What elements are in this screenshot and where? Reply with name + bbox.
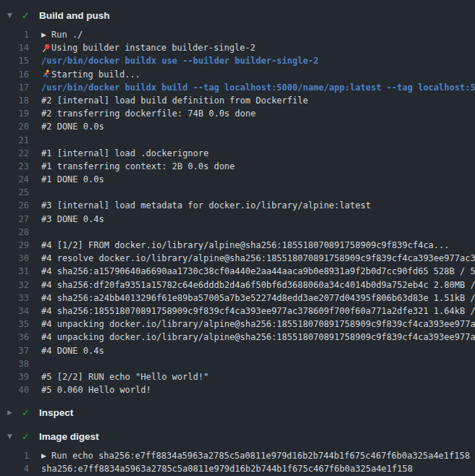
log-line: 27 #3 DONE 0.4s (0, 213, 475, 226)
line-number[interactable]: 19 (0, 107, 29, 120)
line-text: #5 [2/2] RUN echo "Hello world!" (41, 370, 209, 383)
run-expander-icon[interactable]: ▶ (41, 449, 51, 462)
line-number[interactable]: 26 (0, 199, 29, 212)
log-line: 1 ▶ Run echo sha256:e7ff8834a5963a2785c5… (0, 449, 475, 462)
line-text: Starting build... (51, 68, 140, 81)
log-line: 20 #2 DONE 0.0s (0, 120, 475, 133)
log-line: 34 #4 sha256:185518070891758909c9f839cf4… (0, 305, 475, 318)
line-number[interactable]: 28 (0, 226, 29, 239)
log-line: 24 #1 DONE 0.0s (0, 173, 475, 186)
run-expander-icon[interactable]: ▶ (41, 28, 51, 41)
log-line: 37 #4 DONE 0.4s (0, 344, 475, 357)
log-line: 23 #1 transferring context: 2B 0.0s done (0, 160, 475, 173)
line-text: #2 DONE 0.0s (41, 120, 104, 133)
line-body: #4 DONE 0.4s (29, 344, 475, 357)
line-body (29, 134, 475, 147)
line-body: #4 sha256:a24bb4013296f61e89ba57005a7b3e… (29, 292, 475, 305)
line-body: #1 DONE 0.0s (29, 173, 475, 186)
log-section: ▼ ✓ Image digest 1 ▶ Run echo sha256:e7f… (0, 428, 475, 475)
pushpin-icon (41, 43, 51, 53)
caret-right-icon[interactable]: ▶ (7, 409, 16, 416)
line-body: #3 [internal] load metadata for docker.i… (29, 199, 475, 212)
line-body (29, 186, 475, 199)
line-number[interactable]: 23 (0, 160, 29, 173)
line-number[interactable]: 1 (0, 449, 29, 462)
line-body: Using builder instance builder-single-2 (29, 41, 475, 54)
line-number[interactable]: 4 (0, 462, 29, 475)
line-text: /usr/bin/docker buildx use --builder bui… (41, 54, 319, 67)
caret-down-icon[interactable]: ▼ (7, 12, 16, 19)
line-body: /usr/bin/docker buildx use --builder bui… (29, 54, 475, 67)
line-number[interactable]: 20 (0, 120, 29, 133)
line-body: #5 0.060 Hello world! (29, 383, 475, 396)
section-header[interactable]: ▼ ✓ Build and push (0, 7, 475, 23)
line-text: #4 sha256:185518070891758909c9f839cf4ca3… (41, 305, 475, 318)
line-number[interactable]: 18 (0, 94, 29, 107)
line-text: #4 unpacking docker.io/library/alpine@sh… (41, 318, 475, 331)
log-line: 38 (0, 357, 475, 370)
log-section: ▼ ✓ Build and push 1 ▶ Run ./ 14 Using b… (0, 7, 475, 396)
line-body: #1 [internal] load .dockerignore (29, 147, 475, 160)
line-body: ▶ Run echo sha256:e7ff8834a5963a2785c5a0… (29, 449, 475, 462)
line-text: /usr/bin/docker buildx build --tag local… (41, 81, 475, 94)
line-number[interactable]: 30 (0, 252, 29, 265)
line-number[interactable]: 15 (0, 54, 29, 67)
log-line: 21 (0, 134, 475, 147)
line-number[interactable]: 25 (0, 186, 29, 199)
log-line: 28 (0, 226, 475, 239)
line-number[interactable]: 24 (0, 173, 29, 186)
line-number[interactable]: 17 (0, 81, 29, 94)
line-body: #5 [2/2] RUN echo "Hello world!" (29, 370, 475, 383)
section-title: Image digest (39, 431, 99, 442)
line-text: #4 DONE 0.4s (41, 344, 104, 357)
log-line: 25 (0, 186, 475, 199)
section-title: Inspect (39, 407, 73, 418)
line-body: #2 [internal] load build definition from… (29, 94, 475, 107)
log-line: 36 #4 unpacking docker.io/library/alpine… (0, 331, 475, 344)
line-text: #4 sha256:a15790640a6690aa1730c38cf0a440… (41, 265, 475, 278)
line-number[interactable]: 37 (0, 344, 29, 357)
caret-down-icon[interactable]: ▼ (7, 433, 16, 440)
section-header[interactable]: ▶ ✓ Inspect (0, 404, 475, 420)
log-line: 40 #5 0.060 Hello world! (0, 383, 475, 396)
line-text: #3 [internal] load metadata for docker.i… (41, 199, 371, 212)
log-line: 14 Using builder instance builder-single… (0, 41, 475, 54)
section-header[interactable]: ▼ ✓ Image digest (0, 428, 475, 444)
line-number[interactable]: 14 (0, 41, 29, 54)
line-number[interactable]: 35 (0, 318, 29, 331)
line-number[interactable]: 34 (0, 305, 29, 318)
line-number[interactable]: 31 (0, 265, 29, 278)
line-body: #4 unpacking docker.io/library/alpine@sh… (29, 318, 475, 331)
line-text: #1 transferring context: 2B 0.0s done (41, 160, 235, 173)
log-line: 29 #4 [1/2] FROM docker.io/library/alpin… (0, 239, 475, 252)
line-body: #1 transferring context: 2B 0.0s done (29, 160, 475, 173)
line-number[interactable]: 29 (0, 239, 29, 252)
line-text: #3 DONE 0.4s (41, 213, 104, 226)
line-text: #1 [internal] load .dockerignore (41, 147, 209, 160)
line-number[interactable]: 22 (0, 147, 29, 160)
line-number[interactable]: 27 (0, 213, 29, 226)
log-line: 19 #2 transferring dockerfile: 74B 0.0s … (0, 107, 475, 120)
line-number[interactable]: 40 (0, 383, 29, 396)
line-body: #4 resolve docker.io/library/alpine@sha2… (29, 252, 475, 265)
line-number[interactable]: 33 (0, 292, 29, 305)
section-lines: 1 ▶ Run ./ 14 Using builder instance bui… (0, 28, 475, 396)
log-line: 15 /usr/bin/docker buildx use --builder … (0, 54, 475, 67)
line-number[interactable]: 39 (0, 370, 29, 383)
line-body (29, 357, 475, 370)
log-line: 39 #5 [2/2] RUN echo "Hello world!" (0, 370, 475, 383)
section-lines: 1 ▶ Run echo sha256:e7ff8834a5963a2785c5… (0, 449, 475, 475)
line-text: #1 DONE 0.0s (41, 173, 104, 186)
line-number[interactable]: 21 (0, 134, 29, 147)
log-line: 31 #4 sha256:a15790640a6690aa1730c38cf0a… (0, 265, 475, 278)
log-line: 18 #2 [internal] load build definition f… (0, 94, 475, 107)
line-number[interactable]: 16 (0, 68, 29, 81)
section-title: Build and push (39, 10, 110, 21)
line-number[interactable]: 38 (0, 357, 29, 370)
line-number[interactable]: 1 (0, 28, 29, 41)
line-body: sha256:e7ff8834a5963a2785c5a0811e979d16b… (29, 462, 475, 475)
line-number[interactable]: 36 (0, 331, 29, 344)
line-body: #4 unpacking docker.io/library/alpine@sh… (29, 331, 475, 344)
line-number[interactable]: 32 (0, 279, 29, 292)
actions-log-viewer: ▼ ✓ Build and push 1 ▶ Run ./ 14 Using b… (0, 0, 475, 476)
